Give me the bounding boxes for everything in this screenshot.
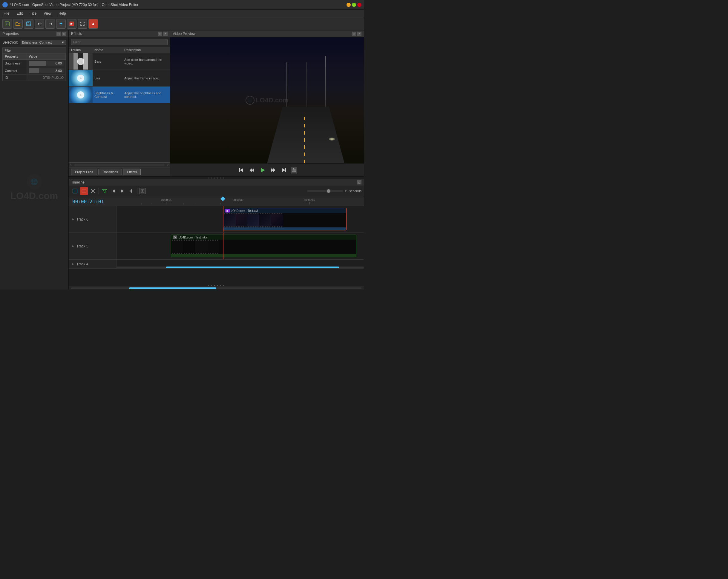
watermark-text: LO4D.com [10, 190, 58, 201]
menu-edit[interactable]: Edit [15, 11, 24, 16]
close-button[interactable] [357, 3, 361, 7]
effects-table-header: Thumb Name Description [69, 47, 170, 53]
menu-bar: File Edit Title View Help [0, 9, 364, 17]
effect-name-blur: Blur [93, 75, 123, 81]
menu-help[interactable]: Help [57, 11, 67, 16]
prop-value-brightness[interactable]: 0.00 [27, 60, 66, 67]
effects-close-button[interactable]: × [163, 32, 167, 36]
timeline-scroll-thumb[interactable] [129, 287, 216, 289]
timeline-scroll-track[interactable] [71, 287, 361, 289]
menu-title[interactable]: Title [29, 11, 37, 16]
timeline-content: 00:00:21:01 00:00:15 00:00:30 00:00:45 [69, 196, 364, 286]
effect-name-brightness-contrast: Brightness & Contrast [93, 90, 123, 100]
fullscreen-button[interactable] [78, 19, 87, 29]
timeline-zoom-slider[interactable] [307, 190, 343, 192]
play-icon-bars: ▶ [77, 58, 84, 65]
effects-filter-input[interactable] [71, 39, 167, 45]
timeline-add-track-button[interactable] [71, 187, 79, 195]
contrast-slider[interactable]: 3.00 [29, 68, 63, 73]
ruler-label-15: 00:00:15 [161, 198, 172, 201]
road [267, 107, 344, 163]
video-preview-maximize-button[interactable]: □ [352, 32, 356, 36]
menu-view[interactable]: View [43, 11, 53, 16]
new-button[interactable] [2, 19, 12, 29]
main-toolbar: ↩ ↪ + ● [0, 17, 364, 30]
bottom-resize-handle[interactable]: • • • • • • [69, 284, 364, 286]
playback-skip-end-button[interactable] [280, 166, 288, 174]
brightness-slider[interactable]: 0.00 [29, 61, 63, 66]
timeline-snap-button[interactable] [80, 187, 88, 195]
timeline-filter-button[interactable] [101, 187, 108, 195]
ruler-tick-30 [238, 202, 238, 204]
effect-row-bars[interactable]: ▶ Bars Add color bars around the video. [69, 53, 170, 70]
playback-rewind-button[interactable] [248, 166, 256, 174]
track4-scrollbar-thumb[interactable] [166, 267, 339, 268]
export-button[interactable] [67, 19, 76, 29]
record-button[interactable]: ● [88, 19, 98, 29]
playback-skip-start-button[interactable] [237, 166, 245, 174]
clip-t5-badge: V [173, 236, 177, 239]
clip-t5-name: LO4D.com - Test.mkv [178, 236, 207, 239]
effects-maximize-button[interactable]: □ [158, 32, 162, 36]
ruler-label-30: 00:00:30 [233, 198, 243, 201]
effects-scroll-track[interactable] [74, 164, 164, 166]
road-line [304, 113, 305, 163]
razor-icon [90, 188, 96, 194]
film-frame-1 [224, 213, 235, 227]
track-content-6: B LO4D.com - Test.avi [116, 206, 364, 232]
timeline-prev-marker-button[interactable] [110, 187, 118, 195]
minimize-button[interactable] [346, 3, 351, 7]
play-icon-blur: ▶ [77, 75, 84, 82]
tab-project-files[interactable]: Project Files [71, 169, 97, 175]
properties-title: Properties [2, 32, 19, 36]
playhead-diamond [220, 196, 225, 201]
menu-file[interactable]: File [2, 11, 10, 16]
timeline-title: Timeline [71, 180, 84, 185]
maximize-button[interactable] [352, 3, 356, 7]
selection-dropdown[interactable]: Brightness_Contrast ▼ [21, 40, 66, 45]
car-lights [329, 138, 335, 141]
timeline-separator-1 [99, 188, 99, 194]
resize-handle[interactable]: • • • • • • [69, 177, 364, 179]
effect-row-brightness-contrast[interactable]: ▶ Brightness & Contrast Adjust the brigh… [69, 87, 170, 103]
effect-row-blur[interactable]: ▶ Blur Adjust the frame image. [69, 70, 170, 87]
zoom-knob[interactable] [327, 189, 330, 193]
timeline-toolbar: 15 seconds [69, 186, 364, 196]
properties-panel: Properties □ × Selection: Brightness_Con… [0, 30, 69, 290]
clip-t5[interactable]: V LO4D.com - Test.mkv [171, 235, 356, 257]
prop-row-id: ID DTSHPIUX1O [3, 75, 66, 81]
prop-value-contrast[interactable]: 3.00 [27, 67, 66, 75]
timeline-header: Timeline □ [69, 179, 364, 186]
save-button[interactable] [24, 19, 33, 29]
redo-button[interactable]: ↪ [45, 19, 55, 29]
timeline-maximize-button[interactable]: □ [357, 180, 361, 185]
main-area: Properties □ × Selection: Brightness_Con… [0, 30, 364, 290]
clip-t5-filmstrip [171, 240, 356, 254]
timeline-next-marker-button[interactable] [119, 187, 126, 195]
video-preview-close-button[interactable]: × [357, 32, 361, 36]
open-button[interactable] [13, 19, 23, 29]
properties-maximize-button[interactable]: □ [56, 32, 61, 36]
ruler-subtick-6 [208, 203, 208, 204]
properties-close-button[interactable]: × [62, 32, 66, 36]
timeline-center-button[interactable] [128, 187, 135, 195]
playback-fast-forward-button[interactable] [269, 166, 278, 174]
track-row-4: Track 4 [69, 260, 364, 269]
tab-transitions[interactable]: Transitions [98, 169, 122, 175]
playback-play-button[interactable] [258, 166, 267, 174]
timeline-page-icon[interactable] [139, 188, 146, 194]
tab-effects[interactable]: Effects [123, 169, 141, 175]
screenshot-button[interactable] [291, 167, 297, 173]
undo-button[interactable]: ↩ [35, 19, 44, 29]
timeline-razor-button[interactable] [89, 187, 97, 195]
clip-t5-header: V LO4D.com - Test.mkv [171, 235, 356, 240]
svg-marker-24 [121, 189, 124, 193]
effects-scrollbar[interactable]: < > [69, 162, 170, 167]
snap-icon [81, 188, 87, 194]
plus-icon: + [59, 21, 63, 27]
film-frame-t5-4 [207, 240, 219, 254]
clip-t6[interactable]: B LO4D.com - Test.avi [223, 208, 346, 230]
import-button[interactable]: + [56, 19, 66, 29]
center-playhead-icon [129, 188, 134, 194]
effect-thumb-brightness-contrast: ▶ [69, 87, 93, 103]
